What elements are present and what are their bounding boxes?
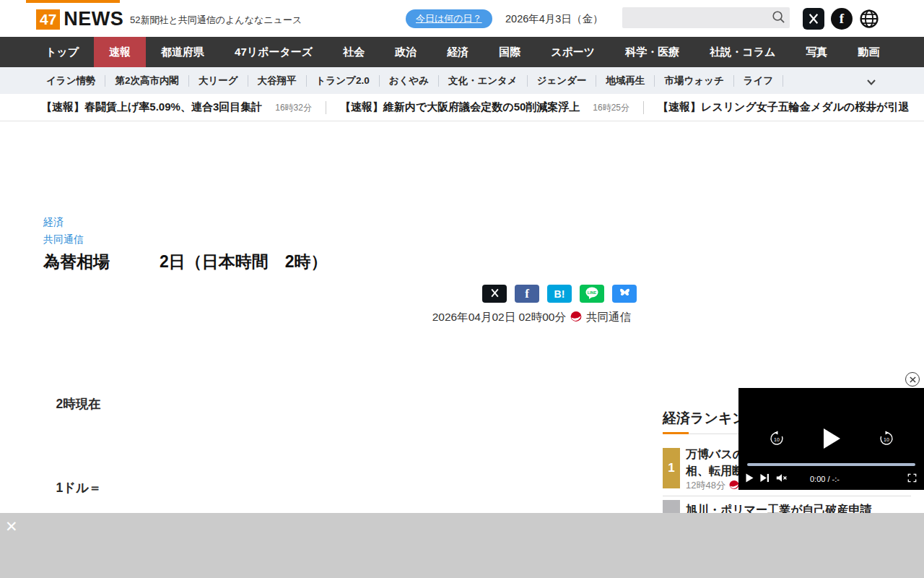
subnav-item-gender[interactable]: ジェンダー — [528, 75, 597, 87]
close-icon — [910, 374, 916, 385]
svg-text:LINE: LINE — [588, 290, 597, 294]
body-line: 2時現在 — [43, 390, 204, 418]
svg-text:10: 10 — [774, 437, 780, 442]
current-date: 2026年4月3日（金） — [505, 12, 603, 26]
site-header: 47 NEWS 52新聞社と共同通信のよんななニュース 今日は何の日？ 2026… — [0, 0, 924, 37]
video-controls: 0:00 / -:- — [746, 471, 917, 487]
site-tagline: 52新聞社と共同通信のよんななニュース — [130, 14, 302, 27]
topic-subnav: イラン情勢 第2次高市内閣 大リーグ 大谷翔平 トランプ2.0 おくやみ 文化・… — [0, 67, 924, 94]
ticker-item[interactable]: 【速報】維新内で大阪府議会定数の50削減案浮上 16時25分 — [340, 100, 629, 114]
breaking-news-ticker: 【速報】春闘賃上げ率5.09%、連合3回目集計 16時32分 【速報】維新内で大… — [0, 94, 924, 121]
site-logo[interactable]: 47 NEWS — [36, 8, 123, 30]
subnav-item-regional[interactable]: 地域再生 — [596, 75, 655, 87]
search-button[interactable] — [767, 7, 790, 28]
nav-item-economy[interactable]: 経済 — [432, 37, 484, 67]
ranking-divider — [663, 496, 911, 496]
ranking-underline-accent — [663, 432, 689, 434]
ticker-item[interactable]: 【速報】レスリング女子五輪金メダルの桜井が引退 — [658, 100, 923, 114]
kyodo-logo-icon — [729, 480, 739, 492]
nav-item-prefectures[interactable]: 都道府県 — [146, 37, 219, 67]
video-close-button[interactable] — [905, 372, 920, 387]
article-meta: 2026年04月02日 02時00分 共同通信 — [43, 310, 631, 325]
search-input[interactable] — [622, 12, 767, 23]
nav-item-video[interactable]: 動画 — [842, 37, 894, 67]
subnav-item-okuyami[interactable]: おくやみ — [380, 75, 439, 87]
volume-muted-icon — [776, 473, 788, 485]
subnav-item-culture[interactable]: 文化・エンタメ — [439, 75, 528, 87]
subnav-item-mlb[interactable]: 大リーグ — [189, 75, 248, 87]
main-nav: トップ 速報 都道府県 47リポーターズ 社会 政治 経済 国際 スポーツ 科学… — [0, 37, 924, 67]
share-line-button[interactable]: LINE — [580, 285, 604, 303]
ticker-time: 16時25分 — [593, 102, 629, 114]
facebook-social-icon[interactable]: f — [831, 8, 853, 30]
page: 47 NEWS 52新聞社と共同通信のよんななニュース 今日は何の日？ 2026… — [0, 0, 924, 578]
subnav-item-trump[interactable]: トランプ2.0 — [307, 75, 380, 87]
share-buttons: f B! LINE — [43, 285, 637, 303]
video-next-button[interactable] — [760, 473, 770, 485]
nav-item-photo[interactable]: 写真 — [790, 37, 842, 67]
nav-item-reporters[interactable]: 47リポーターズ — [219, 37, 328, 67]
ranking-item-title[interactable]: 万博バスの 相、転用断 — [686, 446, 744, 479]
nav-item-top[interactable]: トップ — [30, 37, 94, 67]
video-mute-button[interactable] — [776, 473, 788, 485]
share-x-button[interactable] — [482, 285, 507, 303]
globe-icon[interactable] — [858, 8, 880, 30]
source-name: 共同通信 — [586, 310, 631, 325]
subnav-item-market-watch[interactable]: 市場ウォッチ — [655, 75, 733, 87]
share-bluesky-button[interactable] — [612, 285, 637, 303]
ad-close-button[interactable]: ✕ — [5, 519, 18, 534]
facebook-icon: f — [525, 287, 529, 301]
fullscreen-icon — [907, 473, 917, 485]
share-facebook-button[interactable]: f — [515, 285, 539, 303]
ranking-item-time: 12時48分 — [686, 479, 725, 492]
x-icon — [490, 288, 500, 300]
video-player: 10 10 0:00 / -:- — [738, 388, 924, 490]
ticker-divider — [326, 101, 326, 114]
ticker-title: 【速報】春闘賃上げ率5.09%、連合3回目集計 — [41, 100, 262, 114]
rewind-10-icon[interactable]: 10 — [769, 431, 785, 449]
source-link-kyodo[interactable]: 共同通信 — [43, 230, 84, 248]
forward-10-icon[interactable]: 10 — [879, 431, 894, 449]
ticker-divider — [643, 101, 644, 114]
nav-item-international[interactable]: 国際 — [484, 37, 536, 67]
play-icon[interactable] — [822, 428, 841, 452]
svg-text:10: 10 — [884, 437, 889, 442]
chevron-down-icon[interactable] — [866, 103, 876, 116]
video-time-display: 0:00 / -:- — [810, 475, 840, 483]
breadcrumb: 経済 共同通信 — [43, 213, 84, 248]
skip-next-icon — [760, 473, 770, 485]
chevron-down-icon[interactable] — [866, 76, 876, 89]
ticker-time: 16時32分 — [275, 102, 312, 114]
nav-item-sokuho[interactable]: 速報 — [94, 37, 146, 67]
hatena-icon: B! — [554, 288, 565, 300]
today-topic-button[interactable]: 今日は何の日？ — [406, 9, 492, 28]
rank-1-badge: 1 — [663, 448, 680, 488]
search-box — [622, 7, 790, 28]
article-title: 為替相場 2日（日本時間 2時） — [43, 251, 328, 273]
logo-47-badge: 47 — [36, 9, 60, 30]
nav-item-editorial[interactable]: 社説・コラム — [694, 37, 790, 67]
nav-item-society[interactable]: 社会 — [328, 37, 380, 67]
nav-item-politics[interactable]: 政治 — [380, 37, 432, 67]
video-fullscreen-button[interactable] — [907, 473, 917, 485]
video-progress-bar[interactable] — [747, 463, 915, 466]
x-social-icon[interactable] — [803, 8, 824, 30]
category-link-economy[interactable]: 経済 — [43, 213, 84, 230]
kyodo-logo-icon — [570, 311, 582, 325]
subnav-item-ohtani[interactable]: 大谷翔平 — [248, 75, 307, 87]
share-hatena-button[interactable]: B! — [547, 285, 572, 303]
nav-item-science-medical[interactable]: 科学・医療 — [610, 37, 694, 67]
line-icon: LINE — [584, 285, 600, 303]
nav-item-sports[interactable]: スポーツ — [536, 37, 610, 67]
subnav-item-cabinet[interactable]: 第2次高市内閣 — [105, 75, 189, 87]
video-play-button[interactable] — [746, 473, 754, 485]
logo-news-text: NEWS — [64, 8, 123, 30]
ticker-title: 【速報】維新内で大阪府議会定数の50削減案浮上 — [340, 100, 580, 114]
ticker-item[interactable]: 【速報】春闘賃上げ率5.09%、連合3回目集計 16時32分 — [41, 100, 312, 114]
subnav-item-iran[interactable]: イラン情勢 — [37, 75, 105, 87]
ranking-item-meta: 12時48分 — [686, 479, 739, 492]
subnav-item-life[interactable]: ライフ — [734, 75, 783, 87]
bottom-ad-overlay: ✕ — [0, 513, 924, 578]
body-line: 1ドル＝ — [43, 474, 204, 502]
publish-datetime: 2026年04月02日 02時00分 — [432, 310, 566, 325]
